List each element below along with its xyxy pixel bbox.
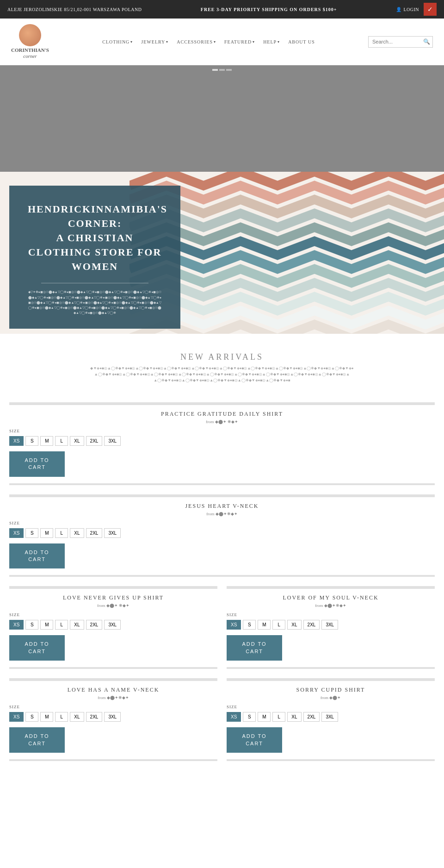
nav-about[interactable]: ABOUT US xyxy=(284,37,319,46)
product-image-4 xyxy=(227,586,435,589)
size-options-4: XS S M L XL 2XL 3XL xyxy=(227,620,435,630)
product-price-6: from ◆⬤✦ xyxy=(227,695,435,700)
product-title-6: SORRY CUPID SHIRT xyxy=(227,687,435,693)
size-btn-xl[interactable]: XL xyxy=(70,620,84,630)
size-btn-2xl[interactable]: 2XL xyxy=(86,436,103,446)
product-title-5: LOVE HAS A NAME V-NECK xyxy=(9,687,217,693)
add-to-cart-1[interactable]: ADD TOCART xyxy=(9,451,65,477)
chevron-icon: ▾ xyxy=(166,40,168,44)
product-bottom-bar-4 xyxy=(227,667,435,669)
size-btn-3xl[interactable]: 3XL xyxy=(321,712,338,722)
logo: CORINTHIAN'S corner xyxy=(11,24,49,59)
search-input[interactable] xyxy=(372,39,423,44)
login-label: LOGIN xyxy=(403,7,419,12)
size-btn-xl[interactable]: XL xyxy=(287,620,301,630)
size-btn-2xl[interactable]: 2XL xyxy=(86,528,103,538)
product-grid: PRACTICE GRATITUDE DAILY SHIRT from ◆⬤✦ … xyxy=(0,402,444,761)
shipping-promo: FREE 3-DAY PRIORITY SHIPPING ON ORDERS $… xyxy=(142,7,396,12)
size-btn-m[interactable]: M xyxy=(258,620,271,630)
product-bottom-bar-6 xyxy=(227,759,435,761)
product-price-2: from ◆⬤✦❋◆✦ xyxy=(9,512,435,516)
size-btn-s[interactable]: S xyxy=(243,620,256,630)
size-btn-s[interactable]: S xyxy=(25,620,38,630)
size-btn-xl[interactable]: XL xyxy=(70,712,84,722)
size-btn-m[interactable]: M xyxy=(40,620,53,630)
size-btn-l[interactable]: L xyxy=(272,712,285,722)
promo-symbols: ◆▽✦✤●◼◎☉⬤◆▲▽◯❋●◼◎☉⬤◆▲▽◯❋●◼◎☉⬤◆▲▽◯❋●◼◎☉⬤◆… xyxy=(28,290,162,316)
size-label-4: SIZE xyxy=(227,612,435,617)
size-btn-3xl[interactable]: 3XL xyxy=(104,436,121,446)
product-title-2: JESUS HEART V-NECK xyxy=(9,503,435,510)
size-btn-l[interactable]: L xyxy=(55,620,68,630)
size-btn-l[interactable]: L xyxy=(272,620,285,630)
add-to-cart-2[interactable]: ADD TOCART xyxy=(9,543,65,569)
nav-help[interactable]: HELP ▾ xyxy=(259,37,284,46)
top-bar: ALEJE JEROZOLIMSKIE 85/21,02-001 WARSZAW… xyxy=(0,0,444,19)
chevron-icon: ▾ xyxy=(214,40,216,44)
size-btn-3xl[interactable]: 3XL xyxy=(104,712,121,722)
address: ALEJE JEROZOLIMSKIE 85/21,02-001 WARSZAW… xyxy=(7,7,142,12)
product-row-1: PRACTICE GRATITUDE DAILY SHIRT from ◆⬤✦ … xyxy=(9,402,435,485)
size-label-3: SIZE xyxy=(9,612,217,617)
slider-dot[interactable] xyxy=(219,69,225,71)
size-label-2: SIZE xyxy=(9,521,435,525)
cart-button[interactable]: ✓ xyxy=(424,3,437,16)
size-btn-xs[interactable]: XS xyxy=(9,528,24,538)
size-btn-3xl[interactable]: 3XL xyxy=(104,620,121,630)
size-btn-s[interactable]: S xyxy=(25,528,38,538)
size-btn-3xl[interactable]: 3XL xyxy=(321,620,338,630)
size-btn-xl[interactable]: XL xyxy=(70,436,84,446)
nav-clothing[interactable]: CLOTHING ▾ xyxy=(99,37,136,46)
search-icon[interactable]: 🔍 xyxy=(423,38,430,45)
product-bottom-bar-1 xyxy=(9,483,435,485)
size-btn-m[interactable]: M xyxy=(40,712,53,722)
size-btn-xs[interactable]: XS xyxy=(227,712,241,722)
size-btn-2xl[interactable]: 2XL xyxy=(86,620,103,630)
add-to-cart-5[interactable]: ADD TOCART xyxy=(9,727,65,753)
add-to-cart-6[interactable]: ADD TOCART xyxy=(227,727,282,753)
add-to-cart-3[interactable]: ADD TOCART xyxy=(9,635,65,661)
size-btn-s[interactable]: S xyxy=(25,436,38,446)
size-btn-xl[interactable]: XL xyxy=(287,712,301,722)
chevron-icon: ▾ xyxy=(130,40,133,44)
product-row-5-6: LOVE HAS A NAME V-NECK from ◆⬤✦❋◆✦ SIZE … xyxy=(9,678,435,761)
nav-accessories[interactable]: ACCESSORIES ▾ xyxy=(173,37,220,46)
product-card-6: SORRY CUPID SHIRT from ◆⬤✦ SIZE XS S M L… xyxy=(227,678,435,761)
promo-box: HENDRICKINNAMIBIA'S CORNER:A CHRISTIAN C… xyxy=(9,186,180,329)
size-btn-2xl[interactable]: 2XL xyxy=(303,712,320,722)
nav-featured[interactable]: FEATURED ▾ xyxy=(221,37,259,46)
size-btn-m[interactable]: M xyxy=(40,436,53,446)
size-btn-xs[interactable]: XS xyxy=(9,436,24,446)
size-btn-l[interactable]: L xyxy=(55,712,68,722)
size-btn-s[interactable]: S xyxy=(243,712,256,722)
size-btn-l[interactable]: L xyxy=(55,436,68,446)
nav-jewelry[interactable]: JEWELRY ▾ xyxy=(137,37,172,46)
size-btn-m[interactable]: M xyxy=(40,528,53,538)
size-options-1: XS S M L XL 2XL 3XL xyxy=(9,436,435,446)
size-btn-m[interactable]: M xyxy=(258,712,271,722)
product-card-4: LOVER OF MY SOUL V-NECK from ◆⬤✦❋◆✦ SIZE… xyxy=(227,586,435,669)
size-options-2: XS S M L XL 2XL 3XL xyxy=(9,528,435,538)
size-btn-s[interactable]: S xyxy=(25,712,38,722)
product-image-5 xyxy=(9,678,217,681)
size-btn-l[interactable]: L xyxy=(55,528,68,538)
slider-dot[interactable] xyxy=(226,69,232,71)
add-to-cart-4[interactable]: ADD TOCART xyxy=(227,635,282,661)
cart-icon: ✓ xyxy=(427,6,433,13)
size-btn-3xl[interactable]: 3XL xyxy=(104,528,121,538)
size-btn-2xl[interactable]: 2XL xyxy=(303,620,320,630)
product-card-3: LOVE NEVER GIVES UP SHIRT from ◆⬤✦ ❋◆✦ S… xyxy=(9,586,217,669)
size-label-5: SIZE xyxy=(9,705,217,709)
logo-sub: corner xyxy=(23,53,37,59)
login-button[interactable]: 👤 LOGIN xyxy=(396,7,419,12)
size-btn-xs[interactable]: XS xyxy=(9,620,24,630)
size-btn-xs[interactable]: XS xyxy=(9,712,24,722)
slider-dot[interactable] xyxy=(212,69,218,71)
product-bottom-bar-5 xyxy=(9,759,217,761)
promo-title: HENDRICKINNAMIBIA'S CORNER:A CHRISTIAN C… xyxy=(28,202,162,274)
new-arrivals-title: NEW ARRIVALS xyxy=(9,352,435,362)
size-btn-xl[interactable]: XL xyxy=(70,528,84,538)
size-btn-2xl[interactable]: 2XL xyxy=(86,712,103,722)
size-btn-xs[interactable]: XS xyxy=(227,620,241,630)
product-bottom-bar-2 xyxy=(9,575,435,577)
